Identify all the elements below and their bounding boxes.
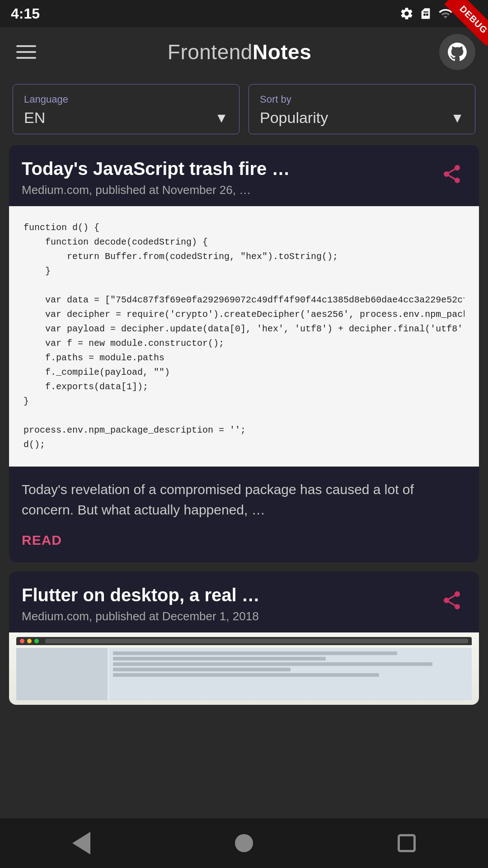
article-2-title: Flutter on desktop, a real … xyxy=(22,584,260,606)
language-value: EN xyxy=(24,109,45,127)
sortby-chevron-icon: ▼ xyxy=(450,110,464,126)
home-icon xyxy=(235,834,253,852)
article-2-screenshot xyxy=(9,632,479,705)
status-time: 4:15 xyxy=(11,5,40,22)
article-2-source: Medium.com, published at December 1, 201… xyxy=(22,609,267,623)
article-2-share-button[interactable] xyxy=(437,586,466,616)
bottom-navigation xyxy=(0,818,488,868)
article-1-title: Today's JavaScript trash fire … xyxy=(22,158,290,179)
article-1-read-button[interactable]: READ xyxy=(22,533,62,548)
article-1-code-block: function d() { function decode(codedStri… xyxy=(9,206,479,467)
sortby-value: Popularity xyxy=(260,109,328,127)
article-1-source: Medium.com, published at November 26, … xyxy=(22,183,297,197)
articles-list: Today's JavaScript trash fire … Medium.c… xyxy=(0,145,488,714)
home-button[interactable] xyxy=(226,825,262,861)
article-1-summary: Today's revelation of a compromised pack… xyxy=(9,467,479,525)
hamburger-menu-button[interactable] xyxy=(13,42,40,62)
language-dropdown[interactable]: Language EN ▼ xyxy=(13,84,239,134)
language-chevron-icon: ▼ xyxy=(215,110,228,126)
article-1-share-button[interactable] xyxy=(437,160,466,190)
recent-icon xyxy=(398,834,416,852)
app-title: FrontendNotes xyxy=(168,40,311,64)
sortby-label: Sort by xyxy=(260,94,464,105)
debug-badge: DEBUG xyxy=(443,0,488,45)
article-1-header: Today's JavaScript trash fire … Medium.c… xyxy=(9,145,479,206)
article-1-code-content: function d() { function decode(codedStri… xyxy=(23,221,465,452)
filter-row: Language EN ▼ Sort by Popularity ▼ xyxy=(0,77,488,145)
article-1-title-block: Today's JavaScript trash fire … Medium.c… xyxy=(22,158,297,197)
article-card-1: Today's JavaScript trash fire … Medium.c… xyxy=(9,145,479,562)
gear-icon xyxy=(399,6,414,21)
share-icon-2 xyxy=(441,590,463,611)
article-card-2: Flutter on desktop, a real … Medium.com,… xyxy=(9,571,479,705)
back-icon xyxy=(72,832,90,854)
sim-icon xyxy=(419,6,432,21)
article-2-title-block: Flutter on desktop, a real … Medium.com,… xyxy=(22,584,267,623)
article-2-header: Flutter on desktop, a real … Medium.com,… xyxy=(9,571,479,632)
language-label: Language xyxy=(24,94,228,105)
status-bar: 4:15 xyxy=(0,0,488,27)
app-bar: FrontendNotes xyxy=(0,27,488,77)
back-button[interactable] xyxy=(63,825,99,861)
share-icon xyxy=(441,163,463,185)
recent-apps-button[interactable] xyxy=(389,825,425,861)
sortby-dropdown[interactable]: Sort by Popularity ▼ xyxy=(249,84,475,134)
